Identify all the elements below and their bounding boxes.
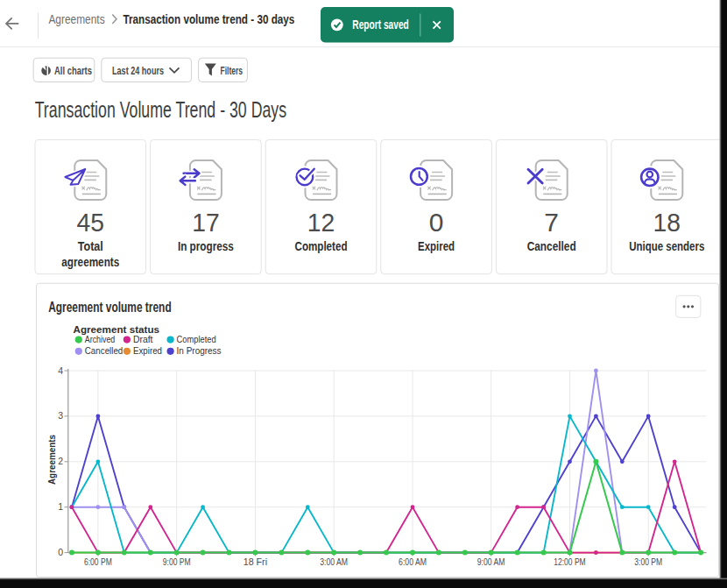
svg-text:18: 18 <box>653 208 681 237</box>
svg-text:All charts: All charts <box>54 64 92 77</box>
svg-text:Cancelled: Cancelled <box>85 345 124 356</box>
svg-text:Last 24 hours: Last 24 hours <box>112 64 164 77</box>
svg-text:0: 0 <box>429 208 444 237</box>
svg-text:Agreement volume trend: Agreement volume trend <box>48 299 172 315</box>
svg-text:9:00 AM: 9:00 AM <box>477 556 505 567</box>
svg-text:Completed: Completed <box>295 239 348 253</box>
svg-text:In Progress: In Progress <box>177 345 222 356</box>
svg-text:45: 45 <box>77 208 105 237</box>
svg-text:In progress: In progress <box>178 239 234 253</box>
svg-text:3:00 PM: 3:00 PM <box>634 556 662 567</box>
svg-text:Agreements: Agreements <box>48 12 104 26</box>
svg-text:2: 2 <box>58 456 63 466</box>
svg-text:3:00 AM: 3:00 AM <box>320 556 348 567</box>
svg-text:12: 12 <box>307 208 335 237</box>
svg-text:Completed: Completed <box>177 334 216 344</box>
svg-text:0: 0 <box>58 547 63 557</box>
svg-text:Agreement status: Agreement status <box>74 324 160 335</box>
svg-text:Total: Total <box>78 239 103 253</box>
svg-text:Cancelled: Cancelled <box>527 239 576 253</box>
svg-text:Transaction volume trend - 30: Transaction volume trend - 30 days <box>123 12 294 26</box>
svg-text:agreements: agreements <box>61 255 119 269</box>
svg-text:12:00 PM: 12:00 PM <box>554 556 585 567</box>
svg-text:17: 17 <box>192 208 220 237</box>
svg-text:Transaction Volume Trend - 30: Transaction Volume Trend - 30 Days <box>35 97 286 122</box>
svg-text:6:00 AM: 6:00 AM <box>399 556 427 567</box>
svg-text:Agreements: Agreements <box>46 435 57 485</box>
svg-text:18 Fri: 18 Fri <box>244 556 267 567</box>
svg-text:Draft: Draft <box>133 334 153 344</box>
svg-text:9:00 PM: 9:00 PM <box>163 556 191 567</box>
svg-text:Expired: Expired <box>418 239 455 253</box>
svg-text:1: 1 <box>58 501 63 512</box>
svg-text:Archived: Archived <box>85 334 116 344</box>
svg-text:7: 7 <box>544 208 559 237</box>
svg-text:3: 3 <box>58 410 63 421</box>
svg-text:Report saved: Report saved <box>352 18 409 32</box>
svg-text:Unique senders: Unique senders <box>629 239 704 253</box>
svg-text:Filters: Filters <box>221 64 244 77</box>
svg-text:4: 4 <box>58 365 63 376</box>
svg-text:Expired: Expired <box>133 345 162 356</box>
svg-text:6:00 PM: 6:00 PM <box>84 556 112 567</box>
